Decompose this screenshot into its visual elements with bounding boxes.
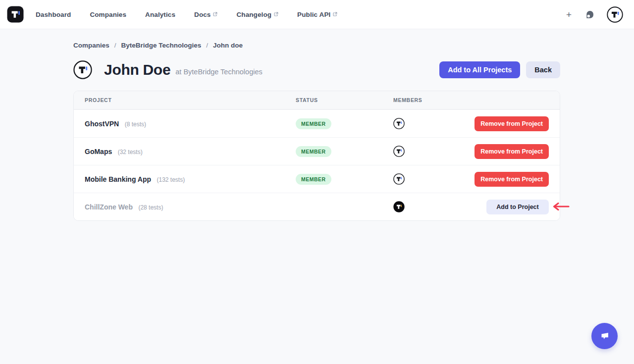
status-badge: MEMBER xyxy=(296,174,331,185)
back-button[interactable]: Back xyxy=(526,61,560,78)
main-nav: Dashboard Companies Analytics Docs Chang… xyxy=(36,11,337,18)
project-tests-count: (28 tests) xyxy=(138,204,163,211)
speech-bubble-icon xyxy=(598,330,611,343)
nav-changelog[interactable]: Changelog xyxy=(236,11,278,18)
project-name: Mobile Banking App xyxy=(85,175,151,183)
page-title: John Doe xyxy=(104,61,170,78)
member-avatar xyxy=(393,173,405,185)
header-actions: Add to All Projects Back xyxy=(439,61,560,78)
app-root: Dashboard Companies Analytics Docs Chang… xyxy=(0,0,634,364)
red-arrow-annotation-icon xyxy=(551,202,570,211)
remove-from-project-button[interactable]: Remove from Project xyxy=(475,172,549,187)
nav-companies[interactable]: Companies xyxy=(90,11,126,18)
plus-icon[interactable]: + xyxy=(565,9,573,20)
projects-table: PROJECT STATUS MEMBERS GhostVPN (8 tests… xyxy=(73,91,560,221)
member-avatar xyxy=(393,118,405,129)
breadcrumb-company[interactable]: ByteBridge Technologies xyxy=(121,42,202,49)
page-subtitle: at ByteBridge Technologies xyxy=(175,68,262,76)
person-avatar xyxy=(73,60,92,79)
column-header-members: MEMBERS xyxy=(393,97,549,103)
column-header-status: STATUS xyxy=(296,97,393,103)
nav-public-api[interactable]: Public API xyxy=(297,11,337,18)
column-header-project: PROJECT xyxy=(85,97,296,103)
brand-logo-icon[interactable] xyxy=(7,6,24,23)
search-docs-icon[interactable] xyxy=(583,8,596,21)
breadcrumb-separator: / xyxy=(206,42,208,49)
project-tests-count: (132 tests) xyxy=(157,176,185,183)
table-header-row: PROJECT STATUS MEMBERS xyxy=(74,91,560,109)
nav-analytics[interactable]: Analytics xyxy=(145,11,175,18)
project-tests-count: (8 tests) xyxy=(125,121,146,128)
top-navbar: Dashboard Companies Analytics Docs Chang… xyxy=(0,0,634,29)
nav-changelog-label: Changelog xyxy=(236,11,271,18)
status-badge: MEMBER xyxy=(296,146,331,157)
project-tests-count: (32 tests) xyxy=(118,149,143,156)
page-header: John Doe at ByteBridge Technologies Add … xyxy=(73,59,560,80)
add-to-all-projects-button[interactable]: Add to All Projects xyxy=(439,61,520,78)
add-to-project-button[interactable]: Add to Project xyxy=(486,200,549,214)
navbar-right: + xyxy=(565,6,627,23)
user-avatar[interactable] xyxy=(607,6,623,23)
remove-from-project-button[interactable]: Remove from Project xyxy=(475,144,549,159)
nav-dashboard[interactable]: Dashboard xyxy=(36,11,71,18)
project-name: ChillZone Web xyxy=(85,203,133,211)
member-avatar xyxy=(393,146,405,157)
table-row: ChillZone Web (28 tests) Add to Project xyxy=(74,193,560,220)
nav-public-api-label: Public API xyxy=(297,11,330,18)
breadcrumb-companies[interactable]: Companies xyxy=(73,42,109,49)
table-row: GhostVPN (8 tests) MEMBER Remove from Pr… xyxy=(74,109,560,137)
chat-button[interactable] xyxy=(591,323,618,349)
nav-docs-label: Docs xyxy=(194,11,211,18)
breadcrumb: Companies / ByteBridge Technologies / Jo… xyxy=(73,42,243,49)
breadcrumb-separator: / xyxy=(114,42,116,49)
member-avatar xyxy=(393,201,405,212)
project-name: GhostVPN xyxy=(85,120,119,128)
external-link-icon xyxy=(213,12,217,16)
external-link-icon xyxy=(274,12,278,16)
table-row: Mobile Banking App (132 tests) MEMBER Re… xyxy=(74,165,560,193)
status-badge: MEMBER xyxy=(296,118,331,129)
breadcrumb-current: John doe xyxy=(213,42,243,49)
table-row: GoMaps (32 tests) MEMBER Remove from Pro… xyxy=(74,137,560,165)
remove-from-project-button[interactable]: Remove from Project xyxy=(475,116,549,131)
external-link-icon xyxy=(333,12,337,16)
project-name: GoMaps xyxy=(85,148,112,156)
nav-docs[interactable]: Docs xyxy=(194,11,217,18)
